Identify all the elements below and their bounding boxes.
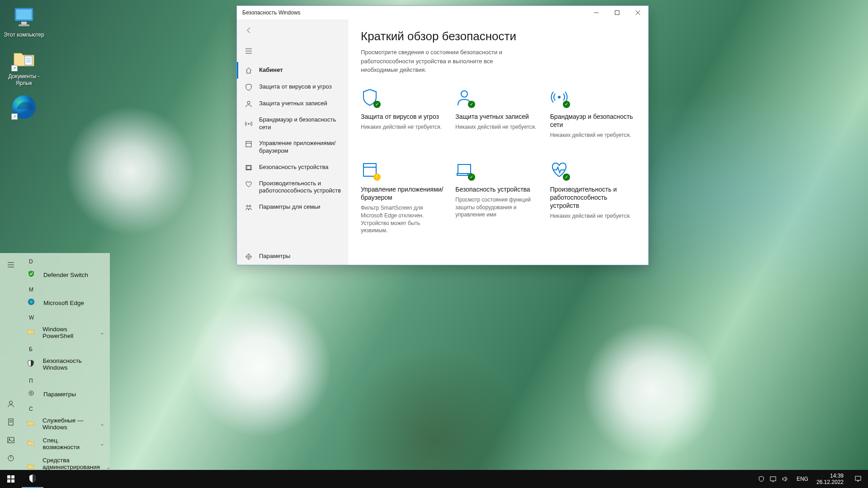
start-letter-header[interactable]: D (22, 255, 110, 267)
shortcut-arrow-icon: ↗ (11, 65, 18, 71)
nav-item-person[interactable]: Защита учетных записей (237, 95, 348, 112)
start-app-item[interactable]: Служебные — Windows ⌄ (22, 414, 110, 434)
window-close-button[interactable] (627, 6, 648, 19)
start-letter-header[interactable]: W (22, 311, 110, 323)
taskbar: ENG 14:39 26.12.2022 (0, 470, 868, 488)
start-expand-button[interactable] (0, 256, 22, 274)
nav-item-label: Кабинет (259, 66, 283, 74)
shield-icon (28, 474, 38, 483)
document-icon (7, 418, 14, 426)
tile-shield[interactable]: ✓ Защита от вирусов и угроз Никаких дейс… (361, 88, 446, 139)
window-title: Безопасность Windows (242, 9, 301, 16)
taskbar-clock[interactable]: 14:39 26.12.2022 (812, 473, 848, 486)
start-app-item[interactable]: Средства администрирования W… ⌄ (22, 454, 110, 470)
taskbar-security-app[interactable] (22, 470, 43, 488)
shield-dark-icon (27, 359, 37, 369)
tile-antenna[interactable]: ✓ Брандмауэр и безопасность сети Никаких… (550, 88, 636, 139)
notification-icon (854, 475, 862, 483)
svg-rect-4 (25, 56, 32, 65)
tile-title: Защита от вирусов и угроз (361, 113, 446, 121)
tile-subtitle: Просмотр состояния функций защиты оборуд… (455, 196, 541, 219)
window-minimize-button[interactable] (586, 6, 607, 19)
nav-item-app[interactable]: Управление приложениями/браузером (237, 136, 348, 159)
shortcut-arrow-icon: ↗ (11, 113, 18, 120)
status-ok-icon: ✓ (563, 101, 570, 108)
nav-back-button[interactable] (241, 23, 256, 38)
action-center-button[interactable] (848, 470, 868, 488)
start-letter-header[interactable]: Б (22, 343, 110, 354)
desktop-icon-edge[interactable]: ↗ (4, 94, 44, 120)
maximize-icon (615, 10, 619, 15)
start-letter-header[interactable]: С (22, 402, 110, 414)
window-titlebar[interactable]: Безопасность Windows (237, 6, 648, 19)
system-tray[interactable] (753, 475, 793, 483)
start-user-button[interactable] (0, 395, 22, 413)
start-app-label: Спец. возможности (42, 437, 94, 450)
start-power-button[interactable] (0, 449, 22, 467)
folder-doc-icon: ↗ (11, 46, 37, 71)
network-tray-icon (769, 475, 777, 483)
svg-rect-24 (615, 11, 619, 15)
nav-item-family[interactable]: Параметры для семьи (237, 199, 348, 216)
nav-item-antenna[interactable]: Брандмауэр и безопасность сети (237, 112, 348, 136)
start-app-label: Defender Switch (43, 272, 88, 278)
chip-icon (245, 164, 253, 172)
tile-heart[interactable]: ✓ Производительность и работоспособность… (550, 161, 636, 235)
tile-person[interactable]: ✓ Защита учетных записей Никаких действи… (455, 88, 541, 139)
status-ok-icon: ✓ (373, 101, 381, 108)
start-letter-header[interactable]: M (22, 283, 110, 295)
antenna-icon (245, 120, 253, 128)
svg-point-39 (246, 254, 251, 259)
nav-hamburger-button[interactable] (241, 44, 256, 58)
desktop-icon-documents[interactable]: ↗ Документы - Ярлык (4, 46, 44, 86)
start-letter-header[interactable]: П (22, 374, 110, 386)
start-menu: D Defender Switch M Microsoft Edge W Win… (0, 253, 110, 470)
start-app-item[interactable]: Спец. возможности ⌄ (22, 434, 110, 454)
tile-app[interactable]: ! Управление приложениями/браузером Филь… (361, 161, 446, 235)
content-area: Краткий обзор безопасности Просмотрите с… (348, 19, 648, 265)
start-app-item[interactable]: Безопасность Windows (22, 354, 110, 374)
nav-item-heart[interactable]: Производительность и работоспособность у… (237, 176, 348, 199)
status-ok-icon: ✓ (468, 101, 475, 108)
start-app-item[interactable]: Microsoft Edge (22, 295, 110, 311)
folder-icon (27, 462, 36, 470)
start-app-label: Microsoft Edge (43, 300, 84, 306)
folder-icon (27, 439, 36, 449)
folder-icon (27, 328, 36, 338)
status-ok-icon: ✓ (563, 174, 570, 181)
start-app-item[interactable]: Параметры (22, 386, 110, 402)
security-window: Безопасность Windows Кабинет Защита от в… (236, 5, 649, 265)
start-app-label: Windows PowerShell (42, 326, 94, 339)
start-app-label: Параметры (43, 391, 76, 398)
security-tray-icon (758, 475, 765, 483)
clock-date: 26.12.2022 (816, 479, 844, 485)
start-pictures-button[interactable] (0, 431, 22, 449)
tile-subtitle: Никаких действий не требуется. (550, 131, 636, 139)
start-button[interactable] (0, 470, 22, 488)
nav-item-label: Защита от вирусов и угроз (259, 83, 332, 91)
nav-item-shield[interactable]: Защита от вирусов и угроз (237, 79, 348, 95)
edge-icon (27, 298, 37, 308)
start-app-item[interactable]: Windows PowerShell ⌄ (22, 323, 110, 343)
start-app-label: Служебные — Windows (42, 417, 94, 431)
window-maximize-button[interactable] (607, 6, 627, 19)
shield-icon (245, 83, 253, 91)
start-app-label: Средства администрирования W… (42, 457, 100, 470)
svg-point-30 (247, 101, 250, 104)
chevron-down-icon: ⌄ (106, 464, 110, 470)
desktop-icon-this-pc[interactable]: Этот компьютер (4, 5, 44, 38)
back-arrow-icon (245, 27, 252, 34)
windows-logo-icon (7, 475, 14, 483)
nav-item-chip[interactable]: Безопасность устройства (237, 159, 348, 176)
start-app-item[interactable]: Defender Switch (22, 267, 110, 283)
start-documents-button[interactable] (0, 413, 22, 431)
nav-item-home[interactable]: Кабинет (237, 62, 348, 79)
antenna-icon: ✓ (550, 88, 569, 107)
minimize-icon (594, 10, 599, 15)
nav-settings[interactable]: Параметры (237, 248, 348, 265)
desktop-icon-label: Этот компьютер (4, 32, 44, 38)
language-indicator[interactable]: ENG (793, 476, 812, 482)
tile-chip[interactable]: ✓ Безопасность устройства Просмотр состо… (455, 161, 541, 235)
svg-rect-1 (16, 9, 32, 19)
start-app-list[interactable]: D Defender Switch M Microsoft Edge W Win… (22, 253, 110, 470)
